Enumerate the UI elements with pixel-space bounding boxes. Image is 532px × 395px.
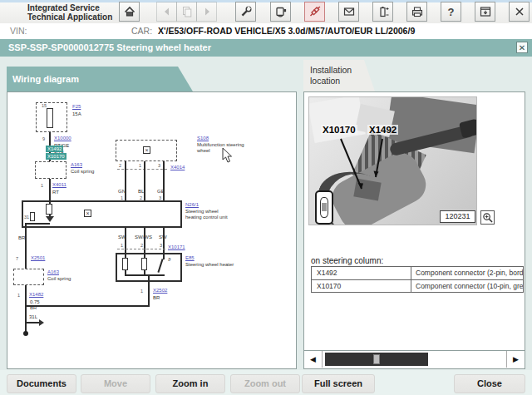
magnify-button[interactable] — [480, 210, 495, 225]
wire-color-label: GN — [118, 189, 126, 195]
battery-icon — [377, 5, 390, 18]
pin-number: 3 — [160, 243, 162, 248]
connector-link[interactable]: X4011 — [52, 182, 66, 188]
device-manager-button[interactable] — [270, 2, 291, 22]
wire — [25, 285, 27, 333]
heater-id-link[interactable]: E85 — [185, 255, 195, 261]
connector-id-cell: X10170 — [312, 280, 411, 292]
fuse-rating: 15A — [72, 111, 81, 117]
wire-color-label: BL — [138, 189, 144, 195]
component-icon: × — [143, 146, 150, 154]
close-icon — [513, 5, 526, 18]
pin-number: 1 — [17, 293, 20, 298]
pages-button — [176, 2, 197, 22]
diode-symbol — [46, 216, 54, 222]
wire — [26, 223, 50, 225]
branch-label: 31L — [29, 314, 37, 320]
window-select-button[interactable] — [475, 2, 495, 22]
connection-broken-icon — [308, 5, 322, 18]
wire — [27, 322, 39, 323]
document-close-button[interactable]: ✕ — [516, 42, 528, 53]
connector-link[interactable]: X10000 — [54, 136, 71, 141]
installation-location-panel[interactable]: X10170 X1492 120231 on steering column: — [303, 91, 525, 369]
help-button[interactable]: ? — [441, 2, 461, 22]
thermo-symbol: ϑ — [168, 257, 170, 263]
coil-spring-id-link[interactable]: A163 — [47, 269, 59, 275]
close-button[interactable]: Close — [454, 374, 525, 393]
main-toolbar: Integrated Service Technical Application — [0, 2, 532, 24]
forward-icon — [200, 5, 214, 18]
wire-color-label: BR — [18, 235, 25, 241]
car-position-icon — [315, 190, 333, 225]
scrollbar-thumb[interactable] — [373, 354, 380, 364]
printer-icon — [411, 5, 424, 18]
pages-icon — [180, 5, 194, 18]
tab-installation-location[interactable]: Installation location — [303, 60, 375, 91]
control-unit-id-link[interactable]: N26/1 — [185, 202, 199, 208]
fuse-id-link[interactable]: F25 — [72, 104, 81, 110]
highlighted-connector-x10170[interactable]: X10170 — [46, 153, 66, 160]
wiring-diagram-panel[interactable]: 15 F25 15A 9 X10000 RT/GE 0.75 X1492 X10… — [7, 91, 297, 369]
wrench-icon — [239, 5, 253, 18]
document-title: SSP-SSP-SP0000012775 Steering wheel heat… — [8, 42, 211, 52]
highlighted-connector-x1492[interactable]: X1492 — [46, 146, 63, 152]
content-area: Wiring diagram Installation location 15 … — [0, 57, 532, 370]
documents-button[interactable]: Documents — [7, 374, 76, 393]
mfl-id-link[interactable]: S108 — [197, 136, 209, 141]
pin-number: 7 — [16, 256, 18, 261]
connector-link[interactable]: X4014 — [170, 165, 185, 170]
horizontal-scrollbar[interactable]: ◀ ▶ — [304, 350, 525, 368]
wire — [148, 276, 150, 307]
help-icon: ? — [448, 6, 455, 18]
coil-spring-box-upper — [35, 161, 66, 179]
connector-link[interactable]: X1482 — [29, 292, 43, 298]
tab-wiring-diagram[interactable]: Wiring diagram — [7, 67, 193, 91]
pin-number: 9 — [42, 136, 45, 141]
ground-junction — [23, 331, 28, 336]
zoom-in-button[interactable]: Zoom in — [155, 374, 225, 393]
messages-button[interactable] — [338, 2, 359, 22]
scroll-left-button[interactable]: ◀ — [304, 351, 323, 368]
diagnostic-device-icon — [274, 5, 288, 18]
connection-status-button[interactable] — [304, 2, 325, 22]
forward-button — [196, 2, 217, 22]
resistor-symbol — [30, 212, 35, 221]
mouse-cursor — [222, 147, 234, 164]
pin-number: 1 — [140, 289, 143, 294]
coil-spring-id-link[interactable]: A163 — [71, 162, 82, 168]
vin-label: VIN: — [10, 26, 27, 36]
home-button[interactable] — [119, 2, 140, 22]
battery-status-button[interactable] — [372, 2, 393, 22]
connector-link[interactable]: X2502 — [153, 288, 167, 294]
pin-number: 2 — [119, 163, 121, 168]
table-row[interactable]: X10170 Component connector (10-pin, gree… — [312, 279, 523, 292]
print-button[interactable] — [406, 2, 427, 22]
workshop-button[interactable] — [235, 2, 256, 22]
heater-label: Steering wheel heater — [185, 262, 234, 268]
scroll-right-button[interactable]: ▶ — [506, 351, 525, 368]
control-unit-label-line2: heating control unit — [185, 215, 228, 220]
document-title-bar: SSP-SSP-SP0000012775 Steering wheel heat… — [0, 39, 532, 57]
coil-spring-label: Coil spring — [47, 276, 71, 282]
coil-spring-label: Coil spring — [71, 169, 94, 175]
back-icon — [160, 5, 174, 18]
full-screen-button[interactable]: Full screen — [302, 374, 375, 393]
wire — [25, 228, 27, 269]
wire-color-label: GE — [157, 189, 165, 195]
connector-link[interactable]: X10171 — [168, 244, 185, 250]
callout-x10170: X10170 — [321, 125, 357, 135]
connector-desc-cell: Component connector (2-pin, bordeaux) — [411, 267, 523, 279]
pin-number: 1 — [121, 243, 123, 248]
heating-element-symbol — [141, 258, 147, 270]
connector-link[interactable]: X2501 — [31, 255, 45, 261]
arrow-symbol — [39, 319, 44, 326]
ista-window: Integrated Service Technical Application — [0, 0, 532, 395]
control-unit-label-line1: Steering wheel — [185, 209, 219, 215]
car-value: X'/E53/OFF-ROAD VEHICLE/X5 3.0d/M57/AUTO… — [158, 26, 415, 36]
table-row[interactable]: X1492 Component connector (2-pin, bordea… — [312, 267, 523, 279]
wire — [25, 305, 150, 307]
exit-button[interactable] — [509, 2, 530, 22]
pin-number: 2 — [140, 243, 143, 248]
mfl-label-line2: wheel — [197, 148, 210, 154]
move-button: Move — [81, 374, 150, 393]
